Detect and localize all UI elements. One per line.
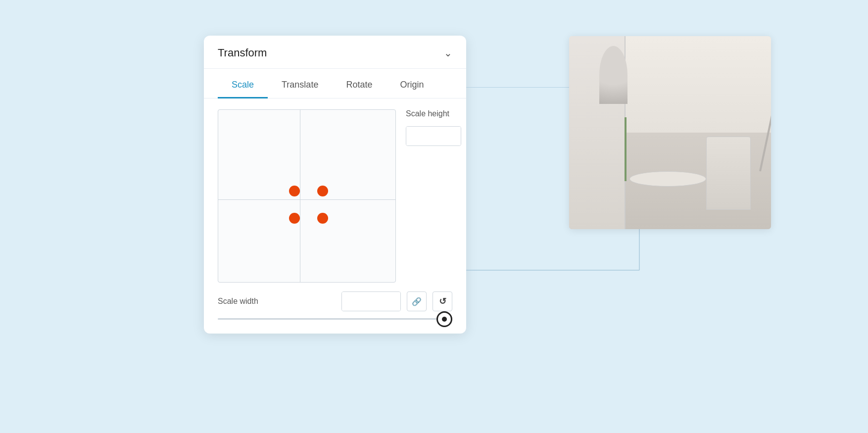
tab-scale[interactable]: Scale (218, 71, 268, 98)
tab-origin[interactable]: Origin (386, 71, 437, 98)
reset-icon: ↺ (439, 296, 446, 307)
grid-line-vertical (300, 110, 301, 282)
slider-row (218, 318, 452, 320)
link-icon: 🔗 (412, 297, 422, 306)
main-container: Transform ⌄ Scale Translate Rotate Origi… (0, 0, 868, 433)
room-image-panel (569, 36, 771, 229)
bottom-controls: Scale width ⌃ ⌄ 🔗 ↺ (204, 283, 466, 320)
slider-thumb-inner (442, 317, 447, 322)
tab-translate[interactable]: Translate (268, 71, 332, 98)
room-chair (706, 137, 751, 210)
plant-stem (625, 117, 627, 181)
scale-height-input[interactable]: ⌃ ⌄ (406, 126, 461, 146)
scale-width-input[interactable]: ⌃ ⌄ (341, 291, 401, 311)
scale-dot-bottom-left[interactable] (289, 213, 300, 224)
room-lamp (599, 46, 627, 104)
tab-bar: Scale Translate Rotate Origin (204, 71, 466, 98)
scale-height-label: Scale height (406, 109, 461, 118)
scale-dot-top-left[interactable] (289, 186, 300, 196)
scale-width-label: Scale width (218, 297, 336, 306)
scale-width-row: Scale width ⌃ ⌄ 🔗 ↺ (218, 291, 452, 311)
scale-dot-top-right[interactable] (317, 186, 328, 196)
panel-header: Transform ⌄ (204, 36, 466, 69)
chevron-down-icon[interactable]: ⌄ (444, 47, 452, 59)
scale-dot-bottom-right[interactable] (317, 213, 328, 224)
scale-width-field[interactable] (342, 292, 401, 311)
room-image (569, 36, 771, 229)
scale-height-controls: Scale height ⌃ ⌄ (406, 109, 461, 146)
panel-title: Transform (218, 47, 267, 59)
link-button[interactable]: 🔗 (407, 291, 427, 311)
tab-rotate[interactable]: Rotate (332, 71, 386, 98)
grid-section: Scale height ⌃ ⌄ (204, 98, 466, 283)
transform-panel: Transform ⌄ Scale Translate Rotate Origi… (204, 36, 466, 334)
scale-height-field[interactable] (406, 127, 461, 145)
reset-button[interactable]: ↺ (433, 291, 452, 311)
scale-grid (218, 109, 396, 283)
slider-thumb[interactable] (436, 311, 452, 327)
grid-line-horizontal (218, 199, 395, 200)
slider-track[interactable] (218, 318, 452, 320)
